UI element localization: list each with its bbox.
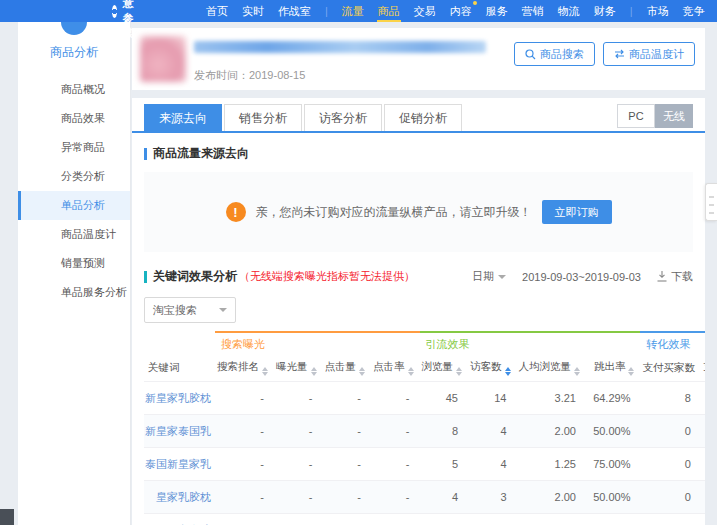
sidebar-item-异常商品[interactable]: 异常商品 [18, 133, 130, 162]
column-header-支付件数[interactable]: 支付件数 [701, 355, 705, 382]
nav-item-财务[interactable]: 财务 [593, 0, 617, 22]
table-cell: - [371, 382, 420, 415]
product-search-button[interactable]: 商品搜索 [514, 42, 595, 66]
nav-item-市场[interactable]: 市场 [646, 0, 670, 22]
sidebar-item-商品效果[interactable]: 商品效果 [18, 104, 130, 133]
table-cell: - [323, 481, 372, 514]
column-header-人均浏览量[interactable]: 人均浏览量 [517, 355, 587, 382]
tab-销售分析[interactable]: 销售分析 [224, 104, 302, 131]
download-label: 下载 [671, 269, 693, 284]
device-segment-PC[interactable]: PC [617, 104, 655, 128]
keyword-link[interactable]: 新皇家泰国乳 [144, 415, 215, 448]
tab-来源去向[interactable]: 来源去向 [144, 104, 222, 131]
sidebar-menu: 商品概况商品效果异常商品分类分析单品分析商品温度计销量预测单品服务分析 [18, 75, 130, 307]
sort-down-arrow [505, 372, 511, 376]
table-cell: 100.00% [586, 514, 640, 525]
search-channel-select[interactable]: 淘宝搜索 [144, 297, 236, 323]
keyword-table: 搜索曝光引流效果转化效果 关键词搜索排名曝光量点击量点击率浏览量访客数人均浏览量… [144, 331, 705, 525]
sort-icon[interactable] [574, 367, 580, 376]
table-cell: - [323, 514, 372, 525]
search-channel-value: 淘宝搜索 [153, 303, 197, 318]
sidebar: 商品分析 商品概况商品效果异常商品分类分析单品分析商品温度计销量预测单品服务分析 [18, 22, 131, 525]
sort-icon[interactable] [359, 367, 365, 376]
nav-item-竞争[interactable]: 竞争 [682, 0, 706, 22]
sort-icon[interactable] [456, 367, 462, 376]
brand-logo-icon [112, 5, 117, 18]
notification-dot [473, 1, 477, 5]
sidebar-item-单品服务分析[interactable]: 单品服务分析 [18, 278, 130, 307]
column-header-点击量[interactable]: 点击量 [323, 355, 372, 382]
table-cell: - [274, 415, 323, 448]
table-cell: 3 [468, 481, 517, 514]
keyword-link[interactable]: 泰国新皇家乳 [144, 448, 215, 481]
exchange-arrows-icon [614, 49, 625, 59]
tab-访客分析[interactable]: 访客分析 [304, 104, 382, 131]
column-label: 支付件数 [703, 360, 705, 372]
side-panel-handle[interactable] [705, 183, 717, 221]
date-filter-label: 日期 [472, 269, 494, 284]
nav-item-物流[interactable]: 物流 [557, 0, 581, 22]
nav-item-营销[interactable]: 营销 [521, 0, 545, 22]
nav-item-交易[interactable]: 交易 [413, 0, 437, 22]
tab-促销分析[interactable]: 促销分析 [384, 104, 462, 131]
sort-icon[interactable] [262, 367, 268, 376]
column-header-曝光量[interactable]: 曝光量 [274, 355, 323, 382]
chevron-down-icon [498, 275, 506, 279]
column-header-访客数[interactable]: 访客数 [468, 355, 517, 382]
nav-item-服务[interactable]: 服务 [485, 0, 509, 22]
brand[interactable]: 生意参谋 [112, 0, 141, 41]
group-header-引流效果: 引流效果 [420, 332, 641, 355]
sidebar-item-销量预测[interactable]: 销量预测 [18, 249, 130, 278]
table-cell: 0 [701, 514, 705, 525]
sort-icon[interactable] [505, 367, 511, 376]
keyword-link[interactable]: 新皇家乳胶枕 [144, 382, 215, 415]
sort-up-arrow [262, 367, 268, 371]
table-cell: 45 [420, 382, 469, 415]
column-label: 搜索排名 [217, 360, 259, 372]
keyword-link[interactable]: 泰国皇家乳胶 [144, 514, 215, 525]
column-header-搜索排名[interactable]: 搜索排名 [215, 355, 274, 382]
column-header-浏览量[interactable]: 浏览量 [420, 355, 469, 382]
sort-icon[interactable] [311, 367, 317, 376]
keyword-section-note: （无线端搜索曝光指标暂无法提供） [239, 269, 415, 284]
nav-item-实时[interactable]: 实时 [241, 0, 265, 22]
nav-item-流量[interactable]: 流量 [341, 0, 365, 22]
flow-title-text: 商品流量来源去向 [153, 145, 249, 162]
column-label: 访客数 [470, 360, 502, 372]
table-cell: - [323, 382, 372, 415]
download-button[interactable]: 下载 [657, 269, 693, 284]
corner-widget[interactable] [0, 509, 14, 525]
table-cell: 2 [420, 514, 469, 525]
flow-section-title: 商品流量来源去向 [144, 145, 693, 162]
nav-item-首页[interactable]: 首页 [205, 0, 229, 22]
nav-item-作战室[interactable]: 作战室 [277, 0, 312, 22]
column-label: 曝光量 [276, 360, 308, 372]
product-thermometer-button[interactable]: 商品温度计 [603, 42, 695, 66]
device-segment-无线[interactable]: 无线 [655, 104, 693, 128]
header-buttons: 商品搜索 商品温度计 [514, 42, 695, 66]
column-header-跳出率[interactable]: 跳出率 [586, 355, 640, 382]
sidebar-item-分类分析[interactable]: 分类分析 [18, 162, 130, 191]
date-filter[interactable]: 日期 [472, 269, 506, 284]
column-label: 跳出率 [594, 360, 626, 372]
column-header-点击率[interactable]: 点击率 [371, 355, 420, 382]
table-cell: - [274, 481, 323, 514]
sort-down-arrow [408, 372, 414, 376]
sort-up-arrow [505, 367, 511, 371]
nav-item-内容[interactable]: 内容 [449, 0, 473, 22]
sidebar-item-商品温度计[interactable]: 商品温度计 [18, 220, 130, 249]
sidebar-item-商品概况[interactable]: 商品概况 [18, 75, 130, 104]
sidebar-title: 商品分析 [18, 44, 130, 61]
product-thumbnail [140, 36, 186, 82]
date-range[interactable]: 2019-09-03~2019-09-03 [522, 271, 641, 283]
keyword-link[interactable]: 皇家乳胶枕 [144, 481, 215, 514]
product-title-blurred [194, 41, 486, 53]
nav-item-商品[interactable]: 商品 [377, 0, 401, 22]
column-label: 点击率 [373, 360, 405, 372]
sort-icon[interactable] [408, 367, 414, 376]
order-now-button[interactable]: 立即订购 [542, 200, 612, 224]
sidebar-item-单品分析[interactable]: 单品分析 [18, 191, 130, 220]
table-cell: - [371, 415, 420, 448]
column-header-支付买家数[interactable]: 支付买家数 [640, 355, 701, 382]
sort-icon[interactable] [628, 367, 634, 376]
